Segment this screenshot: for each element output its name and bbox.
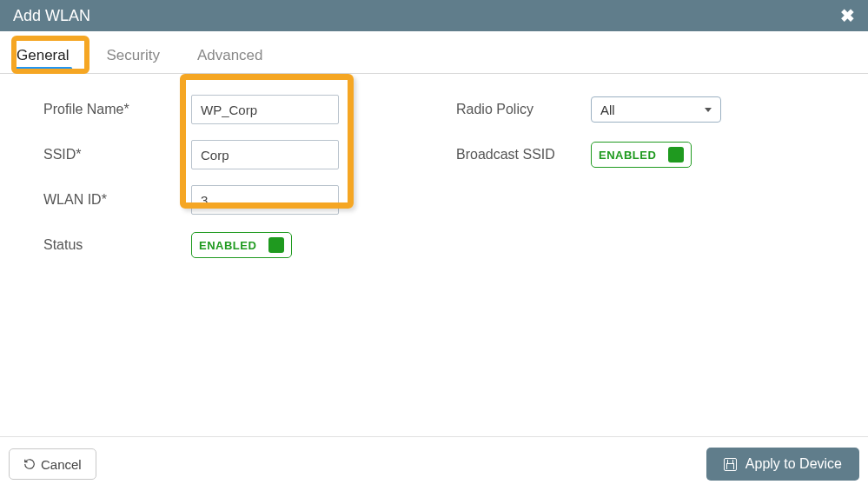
row-status: Status ENABLED [43,222,456,268]
label-radio-policy: Radio Policy [456,102,591,117]
modal-title: Add WLAN [13,0,90,31]
form-body: Profile Name* SSID* WLAN ID* Status ENAB… [0,74,868,276]
radio-policy-select[interactable]: All [591,96,721,123]
label-wlan-id: WLAN ID* [43,192,191,208]
cancel-button[interactable]: Cancel [9,448,96,480]
tab-advanced[interactable]: Advanced [194,40,267,73]
row-radio-policy: Radio Policy All [456,87,842,132]
row-wlan-id: WLAN ID* [43,177,456,222]
apply-button[interactable]: Apply to Device [706,448,859,481]
label-ssid: SSID* [43,147,191,163]
row-profile-name: Profile Name* [43,87,456,132]
broadcast-ssid-toggle-label: ENABLED [599,149,656,162]
modal-header: Add WLAN ✖ [0,0,868,31]
label-status: Status [43,237,191,253]
label-profile-name: Profile Name* [43,102,191,117]
cancel-button-label: Cancel [41,457,82,472]
save-icon [724,458,737,471]
status-toggle-label: ENABLED [199,239,256,252]
form-col-right: Radio Policy All Broadcast SSID ENABLED [456,87,842,268]
radio-policy-value: All [600,103,615,117]
wlan-id-input[interactable] [191,185,339,215]
undo-icon [23,458,36,470]
footer: Cancel Apply to Device [0,436,868,491]
toggle-knob-icon [668,147,684,163]
tab-row: General Security Advanced [0,31,868,74]
ssid-input[interactable] [191,140,339,169]
tab-general[interactable]: General [13,40,72,73]
row-ssid: SSID* [43,132,456,177]
profile-name-input[interactable] [191,95,339,124]
apply-button-label: Apply to Device [745,456,842,472]
chevron-down-icon [705,108,712,112]
toggle-knob-icon [268,237,284,253]
status-toggle[interactable]: ENABLED [191,232,292,258]
broadcast-ssid-toggle[interactable]: ENABLED [591,142,692,168]
label-broadcast-ssid: Broadcast SSID [456,147,591,163]
close-icon[interactable]: ✖ [840,7,855,24]
row-broadcast-ssid: Broadcast SSID ENABLED [456,132,842,177]
form-col-left: Profile Name* SSID* WLAN ID* Status ENAB… [43,87,456,268]
tab-security[interactable]: Security [103,40,162,73]
